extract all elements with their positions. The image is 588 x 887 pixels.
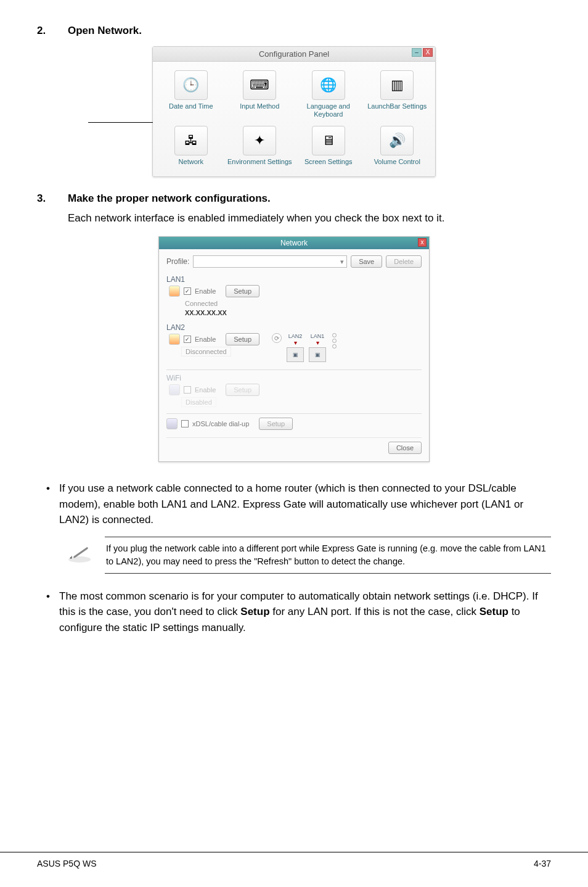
cp-label: Input Method <box>227 102 293 110</box>
step2-title: Open Network. <box>68 25 142 37</box>
cp-label: Language and Keyboard <box>295 102 362 118</box>
xdsl-setup-button[interactable]: Setup <box>259 418 293 430</box>
xdsl-checkbox[interactable] <box>181 420 189 427</box>
launchbar-icon: ▥ <box>380 70 414 100</box>
lan2-port-label: LAN2 <box>287 333 304 339</box>
close-icon[interactable]: x <box>418 238 427 247</box>
network-icon: 🖧 <box>174 126 208 155</box>
screen-icon: 🖥 <box>312 126 345 155</box>
lan1-setup-button[interactable]: Setup <box>226 285 259 297</box>
lan1-status: Connected <box>181 299 221 308</box>
clock-icon: 🕒 <box>174 70 208 100</box>
led-icon <box>332 344 337 349</box>
cp-label: Network <box>158 158 224 166</box>
step3-number: 3. <box>37 192 68 205</box>
lan2-name: LAN2 <box>166 323 185 332</box>
cp-label: Environment Settings <box>227 158 293 166</box>
xdsl-label: xDSL/cable dial-up <box>192 420 249 427</box>
ethernet-port-icon: ▣ <box>287 347 304 362</box>
divider <box>166 413 422 414</box>
page-footer: ASUS P5Q WS 4-37 <box>0 852 588 868</box>
config-panel-title: Configuration Panel <box>259 49 329 59</box>
lan2-icon <box>169 334 180 345</box>
step3-title: Make the proper network configurations. <box>68 192 271 205</box>
lan1-icon <box>169 286 180 297</box>
port-diagram: ⟳ LAN2 ▾ ▣ LAN1 ▾ ▣ <box>272 333 337 363</box>
lan2-status: Disconnected <box>181 347 231 357</box>
refresh-icon[interactable]: ⟳ <box>272 333 282 343</box>
close-button[interactable]: Close <box>388 442 422 454</box>
callout-line <box>88 122 153 123</box>
led-icon <box>332 333 337 337</box>
bullet-icon: • <box>37 588 59 636</box>
cp-label: LaunchBar Settings <box>364 102 431 110</box>
cp-label: Screen Settings <box>295 158 362 166</box>
ethernet-port-icon: ▣ <box>309 347 326 362</box>
cp-item-volume-control[interactable]: 🔊 Volume Control <box>363 122 432 170</box>
keyboard-icon: ⌨ <box>243 70 276 100</box>
environment-icon: ✦ <box>243 126 276 155</box>
cp-label: Date and Time <box>158 102 224 110</box>
lan1-ip: XX.XX.XX.XX <box>181 308 422 317</box>
step3-body: Each network interface is enabled immedi… <box>68 211 551 226</box>
cp-item-date-time[interactable]: 🕒 Date and Time <box>157 67 226 122</box>
setup-bold: Setup <box>240 606 269 617</box>
footer-right: 4-37 <box>534 859 551 868</box>
minimize-icon[interactable]: – <box>412 48 422 57</box>
network-dialog-titlebar: Network x <box>159 237 429 249</box>
network-dialog: Network x Profile: ▾ Save Delete LAN1 ✓ … <box>158 236 430 462</box>
note-text: If you plug the network cable into a dif… <box>105 537 551 574</box>
arrow-down-icon: ▾ <box>309 339 326 346</box>
config-panel-title-bar: Configuration Panel – X <box>153 47 435 62</box>
lan2-block: LAN2 ✓ Enable Setup Disconnected ⟳ <box>166 323 422 363</box>
wifi-status: Disabled <box>181 397 216 407</box>
lan1-port: LAN1 ▾ ▣ <box>309 333 326 363</box>
wifi-name: WiFi <box>166 374 181 382</box>
lan1-name: LAN1 <box>166 275 185 284</box>
cp-item-language-keyboard[interactable]: 🌐 Language and Keyboard <box>294 67 363 122</box>
save-button[interactable]: Save <box>351 255 382 268</box>
bullet-icon: • <box>37 481 59 528</box>
delete-button[interactable]: Delete <box>386 255 422 268</box>
wifi-setup-button[interactable]: Setup <box>226 384 259 396</box>
lan1-port-label: LAN1 <box>309 333 326 339</box>
wifi-enable-checkbox[interactable] <box>184 386 191 394</box>
lan1-enable-checkbox[interactable]: ✓ <box>184 287 191 295</box>
wifi-block: WiFi Enable Setup Disabled <box>166 374 422 407</box>
cp-item-launchbar-settings[interactable]: ▥ LaunchBar Settings <box>363 67 432 122</box>
lan2-enable-label: Enable <box>195 336 216 343</box>
volume-icon: 🔊 <box>380 126 414 155</box>
profile-dropdown[interactable]: ▾ <box>193 255 347 268</box>
cp-item-screen-settings[interactable]: 🖥 Screen Settings <box>294 122 363 170</box>
step2-number: 2. <box>37 25 68 37</box>
lan2-setup-button[interactable]: Setup <box>226 333 259 345</box>
configuration-panel: Configuration Panel – X 🕒 Date and Time … <box>152 46 436 177</box>
cp-label: Volume Control <box>364 158 431 166</box>
footer-left: ASUS P5Q WS <box>37 859 96 868</box>
divider <box>166 369 422 370</box>
wifi-enable-label: Enable <box>195 386 216 394</box>
wifi-icon <box>169 384 180 395</box>
chevron-down-icon: ▾ <box>340 258 344 266</box>
lan1-enable-label: Enable <box>195 287 216 295</box>
bullet2-text: The most common scenario is for your com… <box>59 588 551 636</box>
xdsl-icon <box>166 418 178 429</box>
network-dialog-title: Network <box>280 239 308 247</box>
lan1-block: LAN1 ✓ Enable Setup Connected XX.XX.XX.X… <box>166 275 422 317</box>
lan2-port: LAN2 ▾ ▣ <box>287 333 304 363</box>
arrow-down-icon: ▾ <box>287 339 304 346</box>
lan2-enable-checkbox[interactable]: ✓ <box>184 336 191 343</box>
cp-item-input-method[interactable]: ⌨ Input Method <box>226 67 295 122</box>
bullet1-text: If you use a network cable connected to … <box>59 481 551 528</box>
port-leds <box>332 333 337 349</box>
cp-item-network[interactable]: 🖧 Network <box>157 122 226 170</box>
note-box: If you plug the network cable into a dif… <box>65 537 551 574</box>
setup-bold: Setup <box>480 606 508 617</box>
led-icon <box>332 339 337 343</box>
pencil-note-icon <box>65 537 94 565</box>
profile-label: Profile: <box>166 257 189 266</box>
close-icon[interactable]: X <box>423 48 433 57</box>
globe-icon: 🌐 <box>312 70 345 100</box>
cp-item-environment-settings[interactable]: ✦ Environment Settings <box>226 122 295 170</box>
bullet2-part2: for any LAN port. If this is not the cas… <box>270 606 480 617</box>
